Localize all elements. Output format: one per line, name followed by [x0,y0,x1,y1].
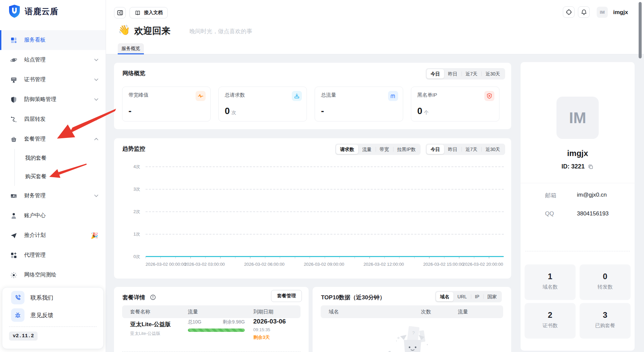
sidebar-footer-card: 联系我们 意见反馈 v2.11.2 [2,287,104,349]
shield-icon [10,96,17,103]
metric-bandwidth[interactable]: 带宽 [376,145,393,154]
row-divider [122,351,301,352]
sidebar-item-label: 推介计划 [24,232,46,239]
sidebar-item-account[interactable]: 账户中心 [0,206,106,225]
manage-packages-button[interactable]: 套餐管理 [271,290,302,302]
welcome-subtitle: 晚间时光，做点喜欢的事 [190,28,252,35]
waving-hand-icon: 👋 [118,24,130,36]
radar-sun-icon [10,271,17,279]
filter-7days[interactable]: 近7天 [462,69,482,79]
gridline [146,189,504,190]
filter-today[interactable]: 今日 [427,69,444,79]
top10-title: TOP10数据（近30分钟） [321,294,385,301]
username[interactable]: imgjx [613,9,628,16]
filter-30days[interactable]: 近30天 [481,145,504,154]
package-name: 亚太Lite-公益版 [130,320,171,328]
packages-submenu: 我的套餐 购买套餐 [14,149,106,186]
x-axis-label: 2026-03-02 09:00:00 [304,262,344,267]
sidebar-item-cyberspace-mapping[interactable]: 网络空间测绘 [0,265,106,285]
filter-today[interactable]: 今日 [427,145,444,154]
trend-monitor-title: 趋势监控 [122,145,145,153]
metric-requests[interactable]: 请求数 [336,145,358,154]
stat-value: - [321,106,324,116]
package-details-title: 套餐详情 [122,294,156,301]
sidebar-item-finance[interactable]: 财务管理 [0,186,106,206]
sidebar-item-my-packages[interactable]: 我的套餐 [15,149,106,167]
stat-domain-count: 1 域名数 [525,264,576,300]
certificate-icon [10,76,17,84]
blocks-plus-icon [10,252,17,259]
stat-unit: 次 [231,110,236,115]
contact-us-item[interactable]: 联系我们 [2,289,103,306]
stat-total-requests: 总请求数 0次 [218,87,307,121]
stat-unit: 个 [424,110,429,115]
stat-cert-count: 2 证书数 [525,303,576,339]
filter-30days[interactable]: 近30天 [481,69,504,79]
profile-dashed-divider [525,251,630,251]
email-label: 邮箱 [545,192,556,199]
copy-icon[interactable] [588,164,594,170]
sidebar-menu: 服务看板 站点管理 证书管理 防御策略管理 四层转发 套餐管理 [0,30,106,305]
vertical-scrollbar-thumb[interactable] [639,2,642,58]
sidebar-item-dashboard[interactable]: 服务看板 [0,30,106,50]
tab-service-overview[interactable]: 服务概览 [118,43,144,54]
version-badge: v2.11.2 [9,332,38,341]
filter-7days[interactable]: 近7天 [462,145,482,154]
stat-value: 1 [525,272,576,281]
expire-date: 2026-03-06 [253,318,286,325]
sidebar-item-label: 套餐管理 [24,136,46,143]
locate-button[interactable] [563,6,575,18]
y-axis-tick: 1次 [114,231,140,237]
metric-blocked-ip[interactable]: 拉黑IP数 [393,145,420,154]
top10-filter: 域名 URL IP 国家 [435,291,502,302]
traffic-total: 总10G [188,319,201,325]
filter-ip[interactable]: IP [471,292,483,301]
sidebar-item-packages[interactable]: 套餐管理 [0,129,106,149]
stat-value: 0 [580,272,631,281]
email-value: im@gjx0.cn [577,192,607,198]
filter-country[interactable]: 国家 [483,292,501,301]
sidebar-item-agents[interactable]: 代理管理 [0,245,106,265]
chevron-up-icon [94,138,98,140]
feedback-item[interactable]: 意见反馈 [2,306,103,324]
collapse-sidebar-button[interactable] [114,7,126,18]
party-popper-icon: 🎉 [91,232,98,239]
days-left-badge: 剩余3天 [253,335,270,341]
sidebar-item-buy-packages[interactable]: 购买套餐 [15,167,106,186]
qq-label: QQ [545,210,554,217]
stat-value: - [128,106,131,116]
sidebar-item-defense-policy[interactable]: 防御策略管理 [0,90,106,109]
sidebar-subitem-label: 购买套餐 [25,173,47,180]
filter-yesterday[interactable]: 昨日 [444,69,462,79]
pulse-icon [196,91,206,101]
sidebar-item-sites[interactable]: 站点管理 [0,50,106,70]
sidebar: 语鹿云盾 服务看板 站点管理 证书管理 防御策略管理 四层转发 [0,0,106,352]
traffic-progress-fill [188,329,245,332]
top10-table-header: 域名 次数 流量 [321,305,503,318]
filter-url[interactable]: URL [453,292,471,301]
sidebar-item-label: 四层转发 [24,116,46,123]
sidebar-item-label: 服务看板 [24,37,46,44]
sidebar-item-referral[interactable]: 推介计划 🎉 [0,225,106,245]
shield-logo-icon [8,4,20,18]
filter-yesterday[interactable]: 昨日 [444,145,462,154]
sidebar-item-layer4-forward[interactable]: 四层转发 [0,109,106,129]
dashboard-grid-icon [10,37,17,44]
empty-state-illustration: ? [387,324,437,352]
package-title-text: 套餐详情 [122,294,145,301]
notifications-button[interactable] [578,6,590,18]
waveform-icon [388,91,398,101]
package-table-header: 套餐名称 流量 到期日期 [122,305,301,318]
filter-domain[interactable]: 域名 [436,292,453,301]
gridline [146,234,504,235]
chevron-down-icon [94,59,98,61]
network-time-filter: 今日 昨日 近7天 近30天 [426,68,505,80]
stat-label: 域名数 [525,284,576,290]
docs-button[interactable]: 接入文档 [129,7,168,18]
profile-avatar: IM [556,97,599,139]
phone-icon [11,291,24,304]
bug-icon [11,308,24,322]
sidebar-item-certificates[interactable]: 证书管理 [0,70,106,90]
avatar[interactable]: IM [597,7,608,18]
metric-traffic[interactable]: 流量 [358,145,376,154]
